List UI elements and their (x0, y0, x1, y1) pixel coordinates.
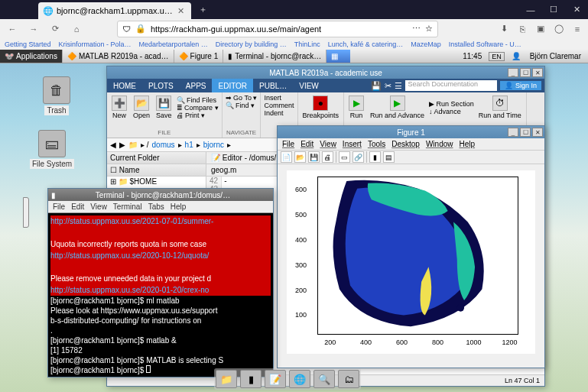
back-button[interactable]: ← (5, 21, 20, 37)
dock-terminal-icon[interactable]: ▮ (240, 370, 262, 388)
tab-publish[interactable]: PUBL… (253, 79, 293, 92)
bookmark-item[interactable]: Medarbetarportalen … (139, 40, 208, 48)
open-icon[interactable]: 📂 (294, 151, 306, 163)
account-icon[interactable]: ◯ (553, 23, 565, 35)
figure-titlebar[interactable]: Figure 1 _☐✕ (278, 126, 544, 138)
signin-button[interactable]: 👤 Sign In (500, 81, 541, 90)
reload-button[interactable]: ⟳ (47, 21, 63, 37)
insert-button[interactable]: Insert (264, 94, 294, 102)
taskbar-terminal[interactable]: ▮Terminal - bjornc@rack… (223, 50, 326, 63)
bookmark-item[interactable]: ThinLinc (294, 40, 320, 48)
bookmark-icon[interactable]: ☆ (425, 24, 433, 34)
bookmark-item[interactable]: Getting Started (5, 40, 51, 48)
menu-help[interactable]: Help (171, 202, 187, 211)
close-icon[interactable]: ✕ (532, 128, 543, 137)
dock-web-icon[interactable]: 🌐 (289, 370, 310, 388)
breakpoints-button[interactable]: ●Breakpoints (301, 94, 341, 121)
goto-button[interactable]: ➡ Go To ▾ (226, 94, 258, 102)
bookmark-item[interactable]: Lunch, kafé & catering… (328, 40, 404, 48)
close-icon[interactable]: ✕ (565, 0, 588, 19)
run-advance-button[interactable]: ▶Run and Advance (369, 94, 426, 121)
print-icon[interactable]: 🖨 (322, 151, 333, 163)
new-button[interactable]: ➕New (110, 94, 128, 121)
menu-desktop[interactable]: Desktop (391, 140, 420, 148)
filesystem-icon[interactable]: 🖴 File System (29, 130, 75, 169)
edit-plot-icon[interactable]: ▭ (339, 151, 350, 163)
clock[interactable]: 11:45 (460, 52, 484, 60)
new-figure-icon[interactable]: 📄 (281, 151, 292, 163)
matlab-titlebar[interactable]: MATLAB R2019a - academic use _☐✕ (107, 66, 544, 79)
copy-icon[interactable]: ☰ (395, 81, 402, 91)
forward-button[interactable]: → (26, 21, 41, 37)
menu-tabs[interactable]: Tabs (148, 202, 164, 211)
keyboard-layout[interactable]: EN (489, 52, 505, 61)
menu-terminal[interactable]: Terminal (113, 202, 142, 211)
menu-file[interactable]: File (53, 202, 65, 211)
open-button[interactable]: 📂Open (132, 94, 151, 121)
new-tab-button[interactable]: ＋ (196, 2, 211, 18)
maximize-icon[interactable]: ☐ (542, 0, 565, 19)
bookmark-item[interactable]: Directory by building … (216, 40, 287, 48)
trash-icon[interactable]: 🗑 Trash (34, 76, 80, 115)
save-icon[interactable]: 💾 (308, 151, 320, 163)
taskbar-figure[interactable]: 🔶Figure 1 (174, 50, 223, 63)
findfiles-button[interactable]: 🔍 Find Files (177, 96, 219, 104)
indent-button[interactable]: Indent (264, 109, 294, 117)
sidebar-icon[interactable]: ▣ (534, 23, 547, 35)
menu-edit[interactable]: Edit (300, 140, 313, 148)
dock-files-icon[interactable]: 📁 (216, 370, 237, 388)
up-icon[interactable]: 📁 (128, 141, 138, 149)
dock-editor-icon[interactable]: 📝 (265, 370, 286, 388)
runtime-button[interactable]: ⏱Run and Time (477, 94, 523, 121)
menu-view[interactable]: View (320, 140, 336, 148)
menu-help[interactable]: Help (460, 140, 476, 148)
menu-edit[interactable]: Edit (71, 202, 84, 211)
menu-icon[interactable]: ≡ (571, 23, 583, 35)
runsection-button[interactable]: ▶ Run Section (429, 100, 474, 108)
bookmark-item[interactable]: Krisinformation - Pola… (59, 40, 132, 48)
tab-apps[interactable]: APPS (180, 79, 213, 92)
taskbar-matlab[interactable]: 🔶MATLAB R2019a - acad… (62, 50, 174, 63)
tab-view[interactable]: VIEW (293, 79, 325, 92)
comment-button[interactable]: Comment (264, 102, 294, 109)
plot-area[interactable]: 600 500 400 300 200 100 200 400 600 800 … (287, 170, 535, 354)
menu-tools[interactable]: Tools (368, 140, 385, 148)
library-icon[interactable]: ⎘ (516, 23, 528, 35)
colorbar-icon[interactable]: ▮ (369, 151, 381, 163)
browser-tab[interactable]: 🌐 bjornc@rackham1.uppmax.u… ✕ (38, 2, 191, 19)
menu-view[interactable]: View (90, 202, 107, 211)
tab-editor[interactable]: EDITOR (212, 79, 253, 92)
dock-folder-icon[interactable]: 🗂 (338, 370, 359, 388)
run-button[interactable]: ▶Run (347, 94, 365, 121)
cf-col-name[interactable]: ☐ Name (107, 164, 206, 177)
tab-plots[interactable]: PLOTS (142, 79, 180, 92)
home-button[interactable]: ⌂ (69, 21, 84, 37)
maximize-icon[interactable]: ☐ (520, 68, 531, 77)
minimize-icon[interactable]: — (519, 0, 542, 19)
url-field[interactable]: 🛡 🔒 https://rackham-gui.uppmax.uu.se/mai… (117, 21, 438, 37)
terminal-body[interactable]: http://status.uppmax.uu.se/2021-07-01/su… (48, 213, 273, 377)
tab-home[interactable]: HOME (107, 79, 142, 92)
save-icon[interactable]: 💾 (371, 81, 382, 91)
taskbar-workspace[interactable]: ▦ (326, 50, 350, 63)
maximize-icon[interactable]: ☐ (520, 128, 531, 137)
download-icon[interactable]: ⬇ (498, 23, 510, 35)
applications-menu[interactable]: 🐭 Applications (0, 50, 62, 63)
print-button[interactable]: 🖨 Print ▾ (177, 112, 219, 119)
back-icon[interactable]: ◀ (110, 141, 116, 149)
drawer-handle[interactable] (23, 197, 29, 228)
path-seg[interactable]: h1 (185, 141, 193, 149)
reader-icon[interactable]: ⋯ (412, 24, 421, 34)
folder-item[interactable]: ⊞ 📁 $HOME (107, 177, 206, 186)
legend-icon[interactable]: ▤ (383, 151, 395, 163)
bookmark-item[interactable]: Installed Software - U… (449, 40, 521, 48)
path-seg[interactable]: domus (152, 141, 175, 149)
search-documentation[interactable]: Search Documentation (405, 80, 497, 91)
compare-button[interactable]: ≣ Compare ▾ (177, 104, 219, 112)
menu-file[interactable]: File (282, 140, 294, 148)
fwd-icon[interactable]: ▶ (119, 141, 125, 149)
minimize-icon[interactable]: _ (508, 68, 518, 77)
cut-icon[interactable]: ✂ (385, 81, 391, 91)
minimize-icon[interactable]: _ (508, 128, 518, 137)
close-icon[interactable]: ✕ (532, 68, 543, 77)
